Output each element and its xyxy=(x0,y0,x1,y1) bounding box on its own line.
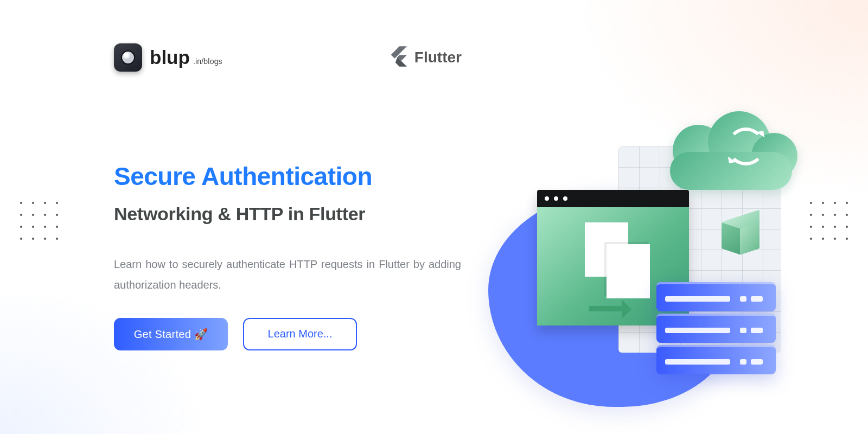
paragraph: Learn how to securely authenticate HTTP … xyxy=(114,254,461,295)
blup-logo-icon xyxy=(114,43,142,72)
header: blup .in/blogs Flutter xyxy=(114,43,462,72)
subheading: Networking & HTTP in Flutter xyxy=(114,203,461,225)
flutter-label: Flutter xyxy=(414,49,462,66)
flutter-block: Flutter xyxy=(391,46,462,69)
brand-block: blup .in/blogs xyxy=(114,43,222,72)
flutter-logo-icon xyxy=(391,46,407,69)
cube-icon xyxy=(722,217,760,255)
headline: Secure Authentication xyxy=(114,163,461,190)
hero-illustration xyxy=(510,114,814,407)
cloud-sync-icon xyxy=(659,108,800,195)
brand-name: blup xyxy=(150,47,190,68)
brand-suffix: .in/blogs xyxy=(193,57,222,66)
decorative-dots-right xyxy=(809,201,849,241)
content-column: Secure Authentication Networking & HTTP … xyxy=(114,163,461,350)
decorative-dots-left xyxy=(19,201,59,241)
learn-more-button[interactable]: Learn More... xyxy=(243,318,357,350)
server-stack-icon xyxy=(656,282,776,380)
brand-text: blup .in/blogs xyxy=(150,47,222,68)
actions-row: Get Started 🚀 Learn More... xyxy=(114,318,461,350)
get-started-button[interactable]: Get Started 🚀 xyxy=(114,318,228,350)
